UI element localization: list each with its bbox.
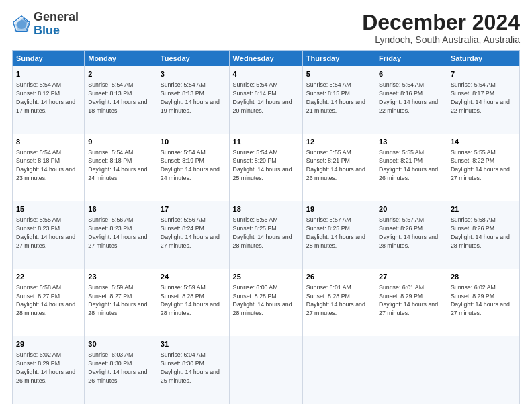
list-item	[447, 336, 519, 404]
logo-icon	[12, 15, 31, 34]
list-item: 22 Sunrise: 5:58 AMSunset: 8:27 PMDaylig…	[13, 269, 85, 336]
page: General Blue December 2024 Lyndoch, Sout…	[0, 0, 532, 411]
list-item: 12 Sunrise: 5:55 AMSunset: 8:21 PMDaylig…	[302, 134, 375, 201]
title-block: December 2024 Lyndoch, South Australia, …	[362, 11, 520, 45]
list-item: 1 Sunrise: 5:54 AMSunset: 8:12 PMDayligh…	[13, 66, 85, 134]
col-thursday: Thursday	[302, 51, 375, 66]
list-item: 5 Sunrise: 5:54 AMSunset: 8:15 PMDayligh…	[302, 66, 375, 134]
col-tuesday: Tuesday	[157, 51, 229, 66]
col-saturday: Saturday	[447, 51, 519, 66]
list-item: 25 Sunrise: 6:00 AMSunset: 8:28 PMDaylig…	[229, 269, 302, 336]
list-item: 18 Sunrise: 5:56 AMSunset: 8:25 PMDaylig…	[229, 201, 302, 269]
col-monday: Monday	[85, 51, 157, 66]
list-item: 9 Sunrise: 5:54 AMSunset: 8:18 PMDayligh…	[85, 134, 157, 201]
list-item: 19 Sunrise: 5:57 AMSunset: 8:25 PMDaylig…	[302, 201, 375, 269]
month-year-title: December 2024	[362, 11, 520, 34]
list-item: 27 Sunrise: 6:01 AMSunset: 8:29 PMDaylig…	[375, 269, 447, 336]
logo: General Blue	[12, 11, 79, 38]
list-item: 16 Sunrise: 5:56 AMSunset: 8:23 PMDaylig…	[85, 201, 157, 269]
logo-blue-text: Blue	[34, 24, 60, 37]
list-item: 11 Sunrise: 5:54 AMSunset: 8:20 PMDaylig…	[229, 134, 302, 201]
list-item: 10 Sunrise: 5:54 AMSunset: 8:19 PMDaylig…	[157, 134, 229, 201]
list-item	[375, 336, 447, 404]
list-item: 13 Sunrise: 5:55 AMSunset: 8:21 PMDaylig…	[375, 134, 447, 201]
list-item: 2 Sunrise: 5:54 AMSunset: 8:13 PMDayligh…	[85, 66, 157, 134]
list-item: 20 Sunrise: 5:57 AMSunset: 8:26 PMDaylig…	[375, 201, 447, 269]
col-wednesday: Wednesday	[229, 51, 302, 66]
list-item: 3 Sunrise: 5:54 AMSunset: 8:13 PMDayligh…	[157, 66, 229, 134]
list-item: 29 Sunrise: 6:02 AMSunset: 8:29 PMDaylig…	[13, 336, 85, 404]
list-item	[302, 336, 375, 404]
calendar-header-row: Sunday Monday Tuesday Wednesday Thursday…	[13, 51, 520, 66]
list-item: 7 Sunrise: 5:54 AMSunset: 8:17 PMDayligh…	[447, 66, 519, 134]
list-item: 23 Sunrise: 5:59 AMSunset: 8:27 PMDaylig…	[85, 269, 157, 336]
list-item: 8 Sunrise: 5:54 AMSunset: 8:18 PMDayligh…	[13, 134, 85, 201]
list-item: 6 Sunrise: 5:54 AMSunset: 8:16 PMDayligh…	[375, 66, 447, 134]
list-item	[229, 336, 302, 404]
table-row: 8 Sunrise: 5:54 AMSunset: 8:18 PMDayligh…	[13, 134, 520, 201]
header: General Blue December 2024 Lyndoch, Sout…	[12, 11, 520, 45]
list-item: 15 Sunrise: 5:55 AMSunset: 8:23 PMDaylig…	[13, 201, 85, 269]
table-row: 22 Sunrise: 5:58 AMSunset: 8:27 PMDaylig…	[13, 269, 520, 336]
list-item: 26 Sunrise: 6:01 AMSunset: 8:28 PMDaylig…	[302, 269, 375, 336]
list-item: 17 Sunrise: 5:56 AMSunset: 8:24 PMDaylig…	[157, 201, 229, 269]
logo-text: General Blue	[34, 11, 79, 38]
list-item: 21 Sunrise: 5:58 AMSunset: 8:26 PMDaylig…	[447, 201, 519, 269]
list-item: 31 Sunrise: 6:04 AMSunset: 8:30 PMDaylig…	[157, 336, 229, 404]
location-text: Lyndoch, South Australia, Australia	[362, 34, 520, 45]
logo-general-text: General	[34, 10, 79, 24]
table-row: 29 Sunrise: 6:02 AMSunset: 8:29 PMDaylig…	[13, 336, 520, 404]
list-item: 4 Sunrise: 5:54 AMSunset: 8:14 PMDayligh…	[229, 66, 302, 134]
col-friday: Friday	[375, 51, 447, 66]
list-item: 30 Sunrise: 6:03 AMSunset: 8:30 PMDaylig…	[85, 336, 157, 404]
table-row: 15 Sunrise: 5:55 AMSunset: 8:23 PMDaylig…	[13, 201, 520, 269]
list-item: 24 Sunrise: 5:59 AMSunset: 8:28 PMDaylig…	[157, 269, 229, 336]
table-row: 1 Sunrise: 5:54 AMSunset: 8:12 PMDayligh…	[13, 66, 520, 134]
col-sunday: Sunday	[13, 51, 85, 66]
calendar-table: Sunday Monday Tuesday Wednesday Thursday…	[12, 50, 520, 404]
list-item: 14 Sunrise: 5:55 AMSunset: 8:22 PMDaylig…	[447, 134, 519, 201]
list-item: 28 Sunrise: 6:02 AMSunset: 8:29 PMDaylig…	[447, 269, 519, 336]
